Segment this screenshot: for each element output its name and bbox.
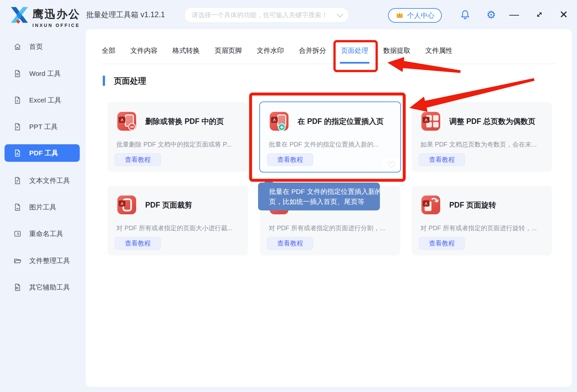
personal-center-button[interactable]: 个人中心 <box>388 8 442 23</box>
crown-icon <box>395 11 404 20</box>
sidebar-item-home[interactable]: 首页 <box>5 38 80 55</box>
sidebar-item-label: Excel 工具 <box>29 96 61 105</box>
window-maximize-icon[interactable] <box>532 7 547 22</box>
sidebar-item-image-tools[interactable]: 图片工具 <box>5 198 80 216</box>
card-description: 批量删除 PDF 文档中的指定页面或将 P... <box>116 141 243 148</box>
rename-list-icon <box>13 229 22 238</box>
card-head: 在 PDF 的指定位置插入页 <box>270 112 384 131</box>
card-title: 在 PDF 的指定位置插入页 <box>298 116 384 126</box>
sidebar-item-label: 重命名工具 <box>29 229 63 238</box>
card-title: 删除或替换 PDF 中的页 <box>145 116 224 126</box>
pdf-file-icon <box>13 148 22 158</box>
view-tutorial-button[interactable]: 查看教程 <box>419 237 465 250</box>
svg-text:P: P <box>17 126 18 129</box>
word-file-icon: W <box>13 69 22 78</box>
tabs-divider <box>102 64 556 64</box>
view-tutorial-button[interactable]: 查看教程 <box>115 237 161 250</box>
app-title-version: 批量处理工具箱 v1.12.1 <box>86 0 165 29</box>
sidebar-item-label: Word 工具 <box>29 69 61 78</box>
notifications-bell-icon[interactable] <box>458 7 473 22</box>
view-tutorial-button[interactable]: 查看教程 <box>267 153 313 166</box>
tab-format-convert[interactable]: 格式转换 <box>172 46 200 64</box>
tooltip-insert-pages: 批量在 PDF 文件的指定位置插入新的 页，比如统一插入首页、尾页等 <box>258 183 380 210</box>
card-head: 删除或替换 PDF 中的页 <box>117 112 224 131</box>
card-description: 对 PDF 所有或者指定的页面进行旋转，... <box>420 224 548 232</box>
card-description: 批量在 PDF 文件的指定位置插入新的... <box>269 141 396 148</box>
sidebar-item-label: 首页 <box>29 42 43 51</box>
sidebar-item-other-tools[interactable]: 其它辅助工具 <box>5 279 80 296</box>
favorite-button[interactable]: ♡ <box>383 158 400 172</box>
misc-tools-icon <box>13 283 22 292</box>
sidebar-item-label: 文本文件工具 <box>29 176 70 185</box>
view-tutorial-button[interactable]: 查看教程 <box>419 153 465 166</box>
category-tabs: 全部 文件内容 格式转换 页眉页脚 文件水印 合并拆分 页面处理 数据提取 文件… <box>102 46 453 64</box>
tab-file-properties[interactable]: 文件属性 <box>425 46 453 64</box>
card-insert-pdf-pages[interactable]: 在 PDF 的指定位置插入页 批量在 PDF 文件的指定位置插入新的... 查看… <box>259 101 401 172</box>
ppt-file-icon: P <box>13 122 22 131</box>
home-icon <box>13 42 22 51</box>
card-adjust-even-pages[interactable]: 调整 PDF 总页数为偶数页 如果 PDF 文档总页数为奇数页，会在末... 查… <box>412 102 552 172</box>
sidebar-item-label: PPT 工具 <box>29 122 58 131</box>
svg-text:W: W <box>16 73 19 76</box>
tab-file-content[interactable]: 文件内容 <box>130 46 158 64</box>
image-file-icon <box>13 203 22 212</box>
section-title: 页面处理 <box>114 76 146 86</box>
chevron-down-icon[interactable] <box>337 11 343 18</box>
card-description: 对 PDF 所有或者指定的页面大小进行裁... <box>116 224 243 232</box>
pdf-crop-icon <box>117 196 136 214</box>
window-minimize-button[interactable]: — <box>507 7 522 22</box>
card-description: 如果 PDF 文档总页数为奇数页，会在末... <box>420 141 548 148</box>
card-head: PDF 页面旋转 <box>421 196 496 214</box>
sidebar-item-excel-tools[interactable]: X Excel 工具 <box>5 91 80 109</box>
heart-icon: ♡ <box>387 160 396 170</box>
card-pdf-page-rotate[interactable]: PDF 页面旋转 对 PDF 所有或者指定的页面进行旋转，... 查看教程 <box>412 186 552 255</box>
sidebar-item-label: 图片工具 <box>29 203 56 212</box>
card-title: PDF 页面裁剪 <box>145 200 192 210</box>
svg-text:X: X <box>17 99 18 102</box>
pdf-grid-icon <box>421 112 440 131</box>
brand-block: 鹰迅办公 INXUN OFFICE <box>32 7 80 28</box>
search-placeholder: 请选择一个具体的功能，也可输入关键字搜索！ <box>192 11 337 19</box>
tooltip-line-1: 批量在 PDF 文件的指定位置插入新的 <box>269 186 380 196</box>
sidebar-item-label: 文件整理工具 <box>29 256 70 265</box>
app-window: 鹰迅办公 INXUN OFFICE 批量处理工具箱 v1.12.1 请选择一个具… <box>0 0 577 392</box>
window-close-button[interactable]: ✕ <box>556 7 571 22</box>
sidebar-item-word-tools[interactable]: W Word 工具 <box>5 65 80 82</box>
card-head: PDF 页面裁剪 <box>117 196 192 214</box>
tab-header-footer[interactable]: 页眉页脚 <box>215 46 242 64</box>
sidebar-item-ppt-tools[interactable]: P PPT 工具 <box>5 118 80 136</box>
pdf-page-plus-icon <box>270 112 288 131</box>
section-accent-bar <box>103 76 105 86</box>
personal-center-label: 个人中心 <box>407 11 434 20</box>
excel-file-icon: X <box>13 96 22 105</box>
settings-gear-icon[interactable]: ⚙ <box>484 7 499 22</box>
brand-name: 鹰迅办公 <box>32 7 80 22</box>
sidebar-item-label: PDF 工具 <box>29 148 58 158</box>
card-description: 对 PDF 所有或者指定的页面进行分割，... <box>269 224 396 232</box>
tab-data-extract[interactable]: 数据提取 <box>383 46 410 64</box>
tab-all[interactable]: 全部 <box>102 46 115 64</box>
inxun-logo-icon <box>8 5 30 27</box>
card-title: PDF 页面旋转 <box>449 200 496 210</box>
sidebar-item-label: 其它辅助工具 <box>29 283 70 292</box>
tooltip-line-2: 页，比如统一插入首页、尾页等 <box>269 196 380 207</box>
card-pdf-page-crop[interactable]: PDF 页面裁剪 对 PDF 所有或者指定的页面大小进行裁... 查看教程 <box>108 186 248 255</box>
card-delete-replace-pdf-pages[interactable]: 删除或替换 PDF 中的页 批量删除 PDF 文档中的指定页面或将 P... 查… <box>108 102 248 172</box>
card-head: 调整 PDF 总页数为偶数页 <box>421 112 536 131</box>
tab-watermark[interactable]: 文件水印 <box>257 46 284 64</box>
sidebar-item-file-organize-tools[interactable]: 文件整理工具 <box>5 252 80 269</box>
view-tutorial-button[interactable]: 查看教程 <box>115 153 161 166</box>
brand-subtitle: INXUN OFFICE <box>32 23 80 28</box>
tab-merge-split[interactable]: 合并拆分 <box>299 46 326 64</box>
pdf-page-minus-icon <box>117 112 136 131</box>
sidebar-item-rename-tools[interactable]: 重命名工具 <box>5 225 80 243</box>
folder-icon <box>13 256 22 265</box>
search-input[interactable]: 请选择一个具体的功能，也可输入关键字搜索！ <box>184 7 349 23</box>
sidebar-item-text-file-tools[interactable]: 文本文件工具 <box>5 172 80 189</box>
view-tutorial-button[interactable]: 查看教程 <box>267 237 313 250</box>
sidebar-item-pdf-tools[interactable]: PDF 工具 <box>5 144 80 162</box>
tab-page-processing[interactable]: 页面处理 <box>341 46 368 64</box>
pdf-rotate-icon <box>421 196 440 214</box>
card-title: 调整 PDF 总页数为偶数页 <box>449 116 536 126</box>
text-file-icon <box>13 176 22 185</box>
